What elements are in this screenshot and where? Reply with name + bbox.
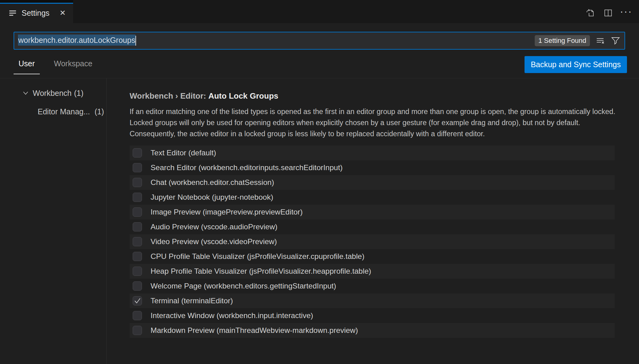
option-row[interactable]: Search Editor (workbench.editorinputs.se…	[130, 160, 615, 175]
setting-name: Auto Lock Groups	[208, 91, 278, 100]
ellipsis-icon: ···	[620, 10, 632, 16]
settings-toc: Workbench (1) Editor Manag... (1)	[0, 78, 107, 364]
option-checkbox[interactable]	[133, 178, 142, 187]
settings-body: Workbench (1) Editor Manag... (1) Workbe…	[0, 78, 639, 364]
open-settings-json-button[interactable]	[585, 7, 596, 18]
search-controls: 1 Setting Found	[535, 35, 621, 46]
setting-category: Workbench › Editor:	[130, 91, 208, 100]
option-label: Welcome Page (workbench.editors.gettingS…	[151, 282, 336, 290]
option-label: Image Preview (imagePreview.previewEdito…	[151, 208, 303, 216]
clear-search-icon	[595, 36, 605, 45]
tab-user[interactable]: User	[14, 57, 40, 74]
toc-item-workbench[interactable]: Workbench (1)	[0, 87, 106, 99]
option-checkbox[interactable]	[133, 148, 142, 157]
option-checkbox[interactable]	[133, 252, 142, 261]
option-row[interactable]: Welcome Page (workbench.editors.gettingS…	[130, 279, 615, 293]
toc-item-label: Editor Manag...	[38, 107, 90, 116]
option-label: Interactive Window (workbench.input.inte…	[151, 311, 313, 320]
split-editor-icon	[604, 8, 613, 18]
more-actions-button[interactable]: ···	[620, 7, 632, 18]
settings-scope-row: User Workspace Backup and Sync Settings	[0, 52, 639, 78]
option-checkbox[interactable]	[133, 326, 142, 335]
results-count-badge: 1 Setting Found	[535, 35, 590, 46]
option-label: Jupyter Notebook (jupyter-notebook)	[151, 193, 273, 202]
editor-tab-bar: Settings ✕ ···	[0, 0, 639, 23]
option-checkbox[interactable]	[133, 237, 142, 246]
option-row[interactable]: CPU Profile Table Visualizer (jsProfileV…	[130, 249, 615, 264]
setting-description: If an editor matching one of the listed …	[130, 106, 616, 139]
scope-tabs: User Workspace	[14, 57, 97, 74]
text-caret	[135, 36, 136, 46]
option-checkbox[interactable]	[133, 207, 142, 217]
option-row[interactable]: Heap Profile Table Visualizer (jsProfile…	[130, 264, 615, 279]
option-row[interactable]: Jupyter Notebook (jupyter-notebook)	[130, 190, 615, 205]
option-checkbox[interactable]	[133, 222, 142, 231]
option-row[interactable]: Interactive Window (workbench.input.inte…	[130, 308, 615, 323]
toc-item-label: Workbench	[33, 89, 72, 98]
option-checkbox[interactable]	[133, 311, 142, 320]
option-row[interactable]: Image Preview (imagePreview.previewEdito…	[130, 205, 615, 219]
option-label: Markdown Preview (mainThreadWebview-mark…	[151, 326, 358, 335]
toc-item-count: (1)	[94, 107, 104, 116]
option-checkbox[interactable]	[133, 193, 142, 202]
option-row[interactable]: Text Editor (default)	[130, 145, 615, 160]
clear-search-button[interactable]	[595, 35, 605, 46]
open-settings-json-icon	[586, 8, 595, 18]
filter-funnel-icon	[611, 36, 620, 46]
search-value: workbench.editor.autoLockGroups	[18, 36, 136, 46]
toc-item-count: (1)	[74, 89, 84, 98]
option-checkbox[interactable]	[133, 281, 142, 291]
option-label: Heap Profile Table Visualizer (jsProfile…	[151, 267, 371, 276]
settings-editor-window: Settings ✕ ···	[0, 0, 639, 364]
option-label: Terminal (terminalEditor)	[151, 297, 233, 305]
settings-search-input[interactable]: workbench.editor.autoLockGroups 1 Settin…	[14, 32, 625, 50]
tab-workspace[interactable]: Workspace	[49, 57, 98, 74]
option-row[interactable]: Chat (workbench.editor.chatSession)	[130, 175, 615, 190]
setting-title: Workbench › Editor: Auto Lock Groups	[130, 91, 278, 101]
toc-item-editor-management[interactable]: Editor Manag... (1)	[0, 105, 106, 118]
chevron-down-icon	[22, 90, 29, 96]
editor-actions: ···	[585, 7, 632, 18]
option-label: Text Editor (default)	[151, 149, 216, 157]
tab-title: Settings	[22, 9, 58, 18]
option-row[interactable]: Terminal (terminalEditor)	[130, 293, 615, 308]
checkmark-icon	[134, 297, 141, 305]
option-checkbox[interactable]	[133, 267, 142, 276]
option-checkbox[interactable]	[133, 163, 142, 172]
settings-filter-icon	[9, 9, 17, 17]
auto-lock-groups-option-list: Text Editor (default) Search Editor (wor…	[130, 145, 615, 338]
setting-detail-pane: Workbench › Editor: Auto Lock Groups If …	[107, 78, 639, 364]
option-label: CPU Profile Table Visualizer (jsProfileV…	[151, 252, 364, 261]
option-row[interactable]: Video Preview (vscode.videoPreview)	[130, 234, 615, 249]
option-row[interactable]: Markdown Preview (mainThreadWebview-mark…	[130, 323, 615, 338]
option-checkbox[interactable]	[133, 296, 142, 305]
tab-settings[interactable]: Settings ✕	[0, 0, 73, 23]
search-selected-text: workbench.editor.autoLockGroups	[18, 35, 135, 46]
option-label: Search Editor (workbench.editorinputs.se…	[151, 163, 342, 172]
close-tab-icon[interactable]: ✕	[58, 8, 68, 18]
split-editor-button[interactable]	[603, 7, 614, 18]
option-label: Chat (workbench.editor.chatSession)	[151, 178, 274, 187]
filter-button[interactable]	[610, 35, 621, 46]
option-row[interactable]: Audio Preview (vscode.audioPreview)	[130, 219, 615, 234]
option-label: Video Preview (vscode.videoPreview)	[151, 237, 277, 246]
option-label: Audio Preview (vscode.audioPreview)	[151, 223, 277, 231]
backup-sync-settings-button[interactable]: Backup and Sync Settings	[525, 56, 627, 73]
